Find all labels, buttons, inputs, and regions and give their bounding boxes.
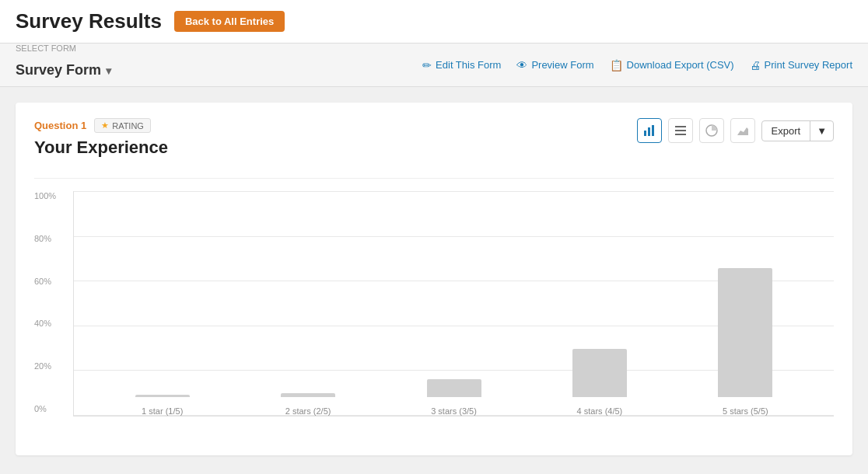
bar-x-label: 3 stars (3/5) xyxy=(431,406,477,416)
bar-chart-icon-btn[interactable] xyxy=(637,118,662,143)
bar xyxy=(281,393,335,397)
select-form-label: SELECT FORM xyxy=(16,44,111,53)
form-selector-area: SELECT FORM Survey Form ▾ xyxy=(16,44,111,86)
bar xyxy=(718,268,772,397)
bar-group: 5 stars (5/5) xyxy=(673,268,818,416)
chart-controls: Export ▼ xyxy=(637,118,834,143)
edit-form-link[interactable]: ✏ Edit This Form xyxy=(422,59,501,71)
export-label: Export xyxy=(762,121,811,141)
chart-area: 0% 20% 40% 60% 80% 100% 1 star (1/5)2 st… xyxy=(34,191,834,440)
question-info: Question 1 ★ RATING Your Experience xyxy=(34,118,168,170)
y-label-0: 0% xyxy=(34,404,56,413)
pie-chart-icon-btn[interactable] xyxy=(699,118,724,143)
bar-group: 4 stars (4/5) xyxy=(527,349,672,416)
question-header: Question 1 ★ RATING xyxy=(34,118,168,133)
y-label-60: 60% xyxy=(34,277,56,286)
bar-x-label: 5 stars (5/5) xyxy=(723,406,768,416)
export-dropdown[interactable]: Export ▼ xyxy=(761,120,834,141)
form-selector[interactable]: Survey Form ▾ xyxy=(16,54,111,86)
preview-form-label: Preview Form xyxy=(531,59,593,71)
svg-rect-4 xyxy=(675,130,686,131)
toolbar-actions: ✏ Edit This Form 👁 Preview Form 📋 Downlo… xyxy=(422,59,852,71)
area-chart-icon-btn[interactable] xyxy=(730,118,755,143)
page-title: Survey Results xyxy=(16,9,162,33)
svg-rect-5 xyxy=(675,134,686,135)
bar-x-label: 4 stars (4/5) xyxy=(577,406,623,416)
download-export-link[interactable]: 📋 Download Export (CSV) xyxy=(610,59,734,71)
main-content: Question 1 ★ RATING Your Experience xyxy=(0,87,868,471)
download-export-label: Download Export (CSV) xyxy=(627,59,734,71)
chart-inner: 1 star (1/5)2 stars (2/5)3 stars (3/5)4 … xyxy=(73,191,834,416)
bar-group: 2 stars (2/5) xyxy=(235,393,380,416)
preview-form-link[interactable]: 👁 Preview Form xyxy=(516,59,593,71)
svg-rect-3 xyxy=(675,126,686,127)
y-axis-labels: 0% 20% 40% 60% 80% 100% xyxy=(34,191,56,416)
question-number: Question 1 xyxy=(34,120,86,131)
print-survey-link[interactable]: 🖨 Print Survey Report xyxy=(750,59,852,71)
bar xyxy=(572,349,627,397)
header-bar: Survey Results Back to All Entries xyxy=(0,0,868,44)
toolbar-bar: SELECT FORM Survey Form ▾ ✏ Edit This Fo… xyxy=(0,44,868,87)
bar xyxy=(135,395,190,397)
eye-icon: 👁 xyxy=(516,59,527,71)
svg-rect-0 xyxy=(644,131,646,136)
svg-marker-7 xyxy=(737,127,748,135)
form-name: Survey Form xyxy=(16,62,101,78)
question-card: Question 1 ★ RATING Your Experience xyxy=(16,103,852,455)
chevron-down-icon: ▾ xyxy=(106,64,111,77)
back-to-all-entries-button[interactable]: Back to All Entries xyxy=(174,11,285,32)
export-chevron-icon: ▼ xyxy=(810,121,833,141)
rating-badge: ★ RATING xyxy=(94,118,151,133)
print-icon: 🖨 xyxy=(750,59,761,71)
svg-rect-1 xyxy=(648,127,650,136)
divider xyxy=(34,178,834,179)
bar-x-label: 1 star (1/5) xyxy=(142,406,183,416)
edit-form-label: Edit This Form xyxy=(436,59,501,71)
svg-rect-2 xyxy=(652,125,654,136)
download-icon: 📋 xyxy=(610,59,623,71)
bar xyxy=(427,379,481,397)
bars-container: 1 star (1/5)2 stars (2/5)3 stars (3/5)4 … xyxy=(74,191,834,416)
edit-icon: ✏ xyxy=(422,59,432,71)
y-label-100: 100% xyxy=(34,191,56,200)
bar-x-label: 2 stars (2/5) xyxy=(285,406,331,416)
question-title: Your Experience xyxy=(34,138,168,158)
star-icon: ★ xyxy=(101,120,109,131)
y-label-40: 40% xyxy=(34,319,56,328)
print-survey-label: Print Survey Report xyxy=(765,59,852,71)
rating-label: RATING xyxy=(112,121,144,131)
y-label-80: 80% xyxy=(34,234,56,243)
y-label-20: 20% xyxy=(34,361,56,371)
list-chart-icon-btn[interactable] xyxy=(668,118,693,143)
bar-group: 3 stars (3/5) xyxy=(381,379,527,416)
bar-group: 1 star (1/5) xyxy=(89,395,235,416)
